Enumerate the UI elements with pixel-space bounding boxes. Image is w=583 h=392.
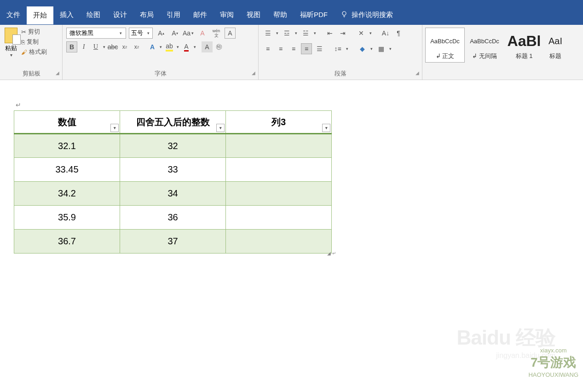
tab-references[interactable]: 引用 bbox=[160, 6, 187, 24]
table-cell[interactable]: 34.2 bbox=[14, 182, 120, 206]
font-size-select[interactable]: 五号 ▾ bbox=[129, 28, 153, 39]
tab-help[interactable]: 帮助 bbox=[267, 6, 294, 24]
subscript-button[interactable]: x2 bbox=[119, 41, 130, 52]
table-cell[interactable]: 36 bbox=[120, 206, 226, 230]
format-painter-button[interactable]: 🖌 格式刷 bbox=[21, 48, 47, 56]
multilevel-button[interactable]: ☱ bbox=[300, 28, 311, 39]
tab-review[interactable]: 审阅 bbox=[214, 6, 240, 24]
numbering-dropdown[interactable]: ▾ bbox=[294, 31, 298, 35]
table-cell[interactable] bbox=[226, 158, 332, 182]
bullets-dropdown[interactable]: ▾ bbox=[275, 31, 279, 35]
shading-dropdown[interactable]: ▾ bbox=[369, 46, 374, 51]
table-resize-handle-icon[interactable]: ◢ ↵ bbox=[327, 251, 336, 256]
paste-label: 粘贴 bbox=[5, 44, 17, 52]
style-heading2[interactable]: AaI 标题 bbox=[544, 28, 567, 63]
style-normal[interactable]: AaBbCcDc ↲ 正文 bbox=[425, 28, 465, 63]
table-cell[interactable]: ◢ ↵ bbox=[226, 230, 332, 254]
tab-draw[interactable]: 绘图 bbox=[80, 6, 107, 24]
paste-icon bbox=[5, 28, 17, 43]
copy-button[interactable]: ⎘ 复制 bbox=[21, 38, 47, 46]
clear-format-button[interactable]: A bbox=[197, 28, 208, 39]
enclose-char-button[interactable]: ㊕ bbox=[214, 41, 225, 52]
table-cell[interactable]: 33.45 bbox=[14, 158, 120, 182]
tab-view[interactable]: 视图 bbox=[240, 6, 267, 24]
table-cell[interactable]: 33 bbox=[120, 158, 226, 182]
tab-mailings[interactable]: 邮件 bbox=[187, 6, 214, 24]
font-name-select[interactable]: 微软雅黑 ▾ bbox=[66, 28, 126, 39]
bold-button[interactable]: B bbox=[66, 41, 77, 52]
style-nospace[interactable]: AaBbCcDc ↲ 无间隔 bbox=[465, 28, 504, 63]
decrease-indent-button[interactable]: ⇤ bbox=[324, 28, 335, 39]
grow-font-button[interactable]: A▴ bbox=[156, 28, 167, 39]
shading-button[interactable]: ◆ bbox=[357, 43, 368, 54]
highlight-button[interactable]: ab bbox=[164, 41, 175, 52]
table-row: 34.2 34 bbox=[14, 182, 332, 206]
chinese-layout-dropdown[interactable]: ▾ bbox=[369, 31, 373, 35]
svg-point-0 bbox=[342, 12, 346, 15]
italic-button[interactable]: I bbox=[78, 41, 89, 52]
tab-layout[interactable]: 布局 bbox=[133, 6, 160, 24]
justify-button[interactable]: ≡ bbox=[301, 43, 312, 54]
font-color-dropdown[interactable]: ▾ bbox=[193, 45, 197, 49]
underline-dropdown[interactable]: ▾ bbox=[102, 45, 106, 49]
shrink-font-button[interactable]: A▾ bbox=[169, 28, 180, 39]
char-shading-button[interactable]: A bbox=[202, 41, 213, 52]
text-effects-button[interactable]: A bbox=[147, 41, 158, 52]
filter-dropdown[interactable]: ▾ bbox=[216, 124, 225, 132]
line-spacing-dropdown[interactable]: ▾ bbox=[345, 46, 349, 51]
borders-dropdown[interactable]: ▾ bbox=[388, 46, 393, 51]
filter-dropdown[interactable]: ▾ bbox=[322, 124, 330, 132]
paste-dropdown[interactable]: ▾ bbox=[5, 52, 17, 58]
char-border-button[interactable]: A bbox=[225, 28, 236, 39]
text-effects-dropdown[interactable]: ▾ bbox=[159, 45, 163, 49]
chinese-layout-button[interactable]: ✕ bbox=[356, 28, 367, 39]
highlight-dropdown[interactable]: ▾ bbox=[176, 45, 180, 49]
table-cell[interactable]: 32 bbox=[120, 134, 226, 158]
tell-me-search[interactable]: 操作说明搜索 bbox=[334, 11, 399, 19]
font-launcher[interactable]: ◢ bbox=[252, 70, 255, 75]
superscript-button[interactable]: x2 bbox=[131, 41, 142, 52]
document-area[interactable]: ↵ 数值 ▾ 四舍五入后的整数 ▾ 列3 ▾ 32.1 32 33.45 33 bbox=[0, 80, 583, 267]
tab-foxitpdf[interactable]: 福昕PDF bbox=[294, 6, 334, 24]
cut-button[interactable]: ✂ 剪切 bbox=[21, 28, 47, 36]
tab-home[interactable]: 开始 bbox=[27, 6, 53, 24]
watermark-url: xiayx.com bbox=[528, 347, 578, 354]
clipboard-launcher[interactable]: ◢ bbox=[56, 70, 59, 75]
table-cell[interactable]: 35.9 bbox=[14, 206, 120, 230]
show-marks-button[interactable]: ¶ bbox=[393, 28, 404, 39]
paragraph-launcher[interactable]: ◢ bbox=[416, 70, 419, 75]
style-heading1[interactable]: AaBl 标题 1 bbox=[504, 28, 544, 63]
align-right-button[interactable]: ≡ bbox=[288, 43, 299, 54]
phonetic-guide-button[interactable]: wén 文 bbox=[211, 28, 222, 39]
table-cell[interactable] bbox=[226, 134, 332, 158]
underline-button[interactable]: U bbox=[90, 41, 101, 52]
increase-indent-button[interactable]: ⇥ bbox=[337, 28, 348, 39]
align-center-button[interactable]: ≡ bbox=[275, 43, 286, 54]
filter-dropdown[interactable]: ▾ bbox=[110, 124, 119, 132]
strikethrough-button[interactable]: abc bbox=[107, 41, 118, 52]
line-spacing-button[interactable]: ↕≡ bbox=[332, 43, 343, 54]
table-cell[interactable] bbox=[226, 182, 332, 206]
copy-icon: ⎘ bbox=[21, 39, 25, 46]
table-cell[interactable]: 36.7 bbox=[14, 230, 120, 254]
tab-file[interactable]: 文件 bbox=[0, 6, 27, 24]
paste-button[interactable]: 粘贴 ▾ bbox=[5, 28, 17, 58]
numbering-button[interactable]: ☲ bbox=[281, 28, 292, 39]
tab-insert[interactable]: 插入 bbox=[53, 6, 80, 24]
multilevel-dropdown[interactable]: ▾ bbox=[313, 31, 317, 35]
style-normal-preview: AaBbCcDc bbox=[427, 32, 463, 50]
table-cell[interactable]: 37 bbox=[120, 230, 226, 254]
font-color-button[interactable]: A bbox=[181, 41, 192, 52]
table-cell[interactable]: 32.1 bbox=[14, 134, 120, 158]
distributed-button[interactable]: ☰ bbox=[314, 43, 325, 54]
th1: 四舍五入后的整数 bbox=[136, 117, 210, 127]
change-case-button[interactable]: Aa▾ bbox=[183, 28, 194, 39]
borders-button[interactable]: ▦ bbox=[375, 43, 387, 54]
align-left-button[interactable]: ≡ bbox=[262, 43, 273, 54]
bullets-button[interactable]: ☰ bbox=[262, 28, 273, 39]
style-heading2-preview: AaI bbox=[545, 32, 566, 50]
table-cell[interactable]: 34 bbox=[120, 182, 226, 206]
table-cell[interactable] bbox=[226, 206, 332, 230]
tab-design[interactable]: 设计 bbox=[107, 6, 133, 24]
sort-button[interactable]: A↓ bbox=[380, 28, 391, 39]
